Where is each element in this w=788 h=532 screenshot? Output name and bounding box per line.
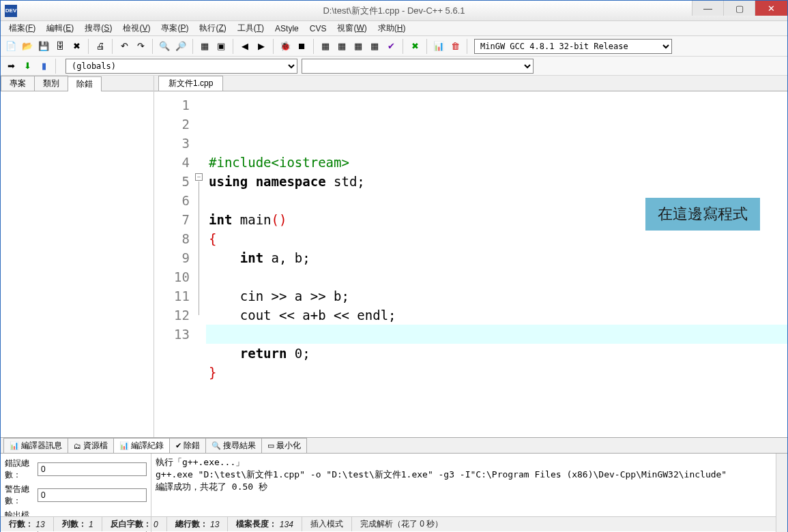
- find-icon[interactable]: 🔍: [157, 39, 172, 54]
- goto-icon[interactable]: ➡: [3, 59, 18, 74]
- warnings-field[interactable]: [38, 488, 147, 502]
- new-file-icon[interactable]: 📄: [3, 39, 18, 54]
- bottom-tabs: 📊編譯器訊息🗂資源檔📊編譯紀錄✔除錯🔍搜尋結果▭最小化: [1, 438, 787, 453]
- bottom-panel: 📊編譯器訊息🗂資源檔📊編譯紀錄✔除錯🔍搜尋結果▭最小化 錯誤總數： 警告總數： …: [1, 437, 787, 516]
- code-line-12[interactable]: }: [209, 363, 787, 382]
- menu-編輯E[interactable]: 編輯(E): [41, 23, 79, 34]
- menu-求助H[interactable]: 求助(H): [373, 23, 411, 34]
- window-title: D:\test\新文件1.cpp - Dev-C++ 5.6.1: [323, 5, 465, 17]
- grid2-icon[interactable]: ▦: [334, 39, 349, 54]
- left-tab-2[interactable]: 除錯: [68, 76, 102, 91]
- back-icon[interactable]: ◀: [237, 39, 252, 54]
- run-icon[interactable]: ▣: [214, 39, 229, 54]
- cancel-icon[interactable]: ✖: [407, 39, 422, 54]
- bottom-tab-3[interactable]: ✔除錯: [169, 438, 206, 453]
- save-icon[interactable]: 💾: [36, 39, 51, 54]
- check-icon[interactable]: ✔: [383, 39, 398, 54]
- code-line-11[interactable]: return 0;: [209, 344, 787, 363]
- left-panel: 專案類別除錯: [1, 76, 154, 437]
- menu-工具T[interactable]: 工具(T): [232, 23, 269, 34]
- app-icon: DEV: [5, 5, 17, 17]
- compile-icon[interactable]: ▦: [197, 39, 212, 54]
- forward-icon[interactable]: ▶: [254, 39, 269, 54]
- trash-icon[interactable]: 🗑: [448, 39, 463, 54]
- left-content: [1, 91, 154, 437]
- print-icon[interactable]: 🖨: [93, 39, 108, 54]
- menu-CVS[interactable]: CVS: [304, 24, 332, 33]
- editor-tabs: 新文件1.cpp: [154, 76, 787, 91]
- code-line-3[interactable]: [209, 191, 787, 210]
- menubar: 檔案(F)編輯(E)搜尋(S)檢視(V)專案(P)執行(Z)工具(T)AStyl…: [1, 21, 787, 36]
- compile-log[interactable]: 執行「g++.exe...」g++.exe "D:\test\新文件1.cpp"…: [151, 454, 787, 532]
- scrollbar-vertical[interactable]: [776, 454, 787, 532]
- code-line-13[interactable]: [209, 382, 787, 401]
- left-tab-0[interactable]: 專案: [1, 76, 35, 91]
- log-line: 編譯成功，共花了 0.50 秒: [156, 481, 783, 493]
- code-line-4[interactable]: int main(): [209, 210, 787, 229]
- code-line-7[interactable]: [209, 267, 787, 286]
- bottom-tab-0[interactable]: 📊編譯器訊息: [3, 438, 68, 453]
- debug-icon[interactable]: 🐞: [278, 39, 293, 54]
- app-window: DEV D:\test\新文件1.cpp - Dev-C++ 5.6.1 — ▢…: [0, 0, 788, 532]
- log-line: 執行「g++.exe...」: [156, 456, 783, 469]
- minimize-button[interactable]: —: [692, 1, 723, 16]
- redo-icon[interactable]: ↷: [133, 39, 148, 54]
- close-file-icon[interactable]: ✖: [69, 39, 84, 54]
- compiler-select[interactable]: MinGW GCC 4.8.1 32-bit Release: [474, 39, 672, 54]
- errors-label: 錯誤總數：: [5, 458, 33, 481]
- menu-檢視V[interactable]: 檢視(V): [117, 23, 156, 34]
- grid4-icon[interactable]: ▦: [367, 39, 382, 54]
- code-line-9[interactable]: cout << a+b << endl;: [209, 306, 787, 325]
- undo-icon[interactable]: ↶: [117, 39, 132, 54]
- code-line-6[interactable]: int a, b;: [209, 248, 787, 267]
- line-gutter: 12345678910111213: [154, 91, 195, 437]
- editor-tab[interactable]: 新文件1.cpp: [158, 76, 223, 91]
- replace-icon[interactable]: 🔎: [173, 39, 188, 54]
- menu-AStyle[interactable]: AStyle: [269, 24, 304, 33]
- bottom-tab-2[interactable]: 📊編譯紀錄: [113, 438, 170, 453]
- code-line-1[interactable]: #include<iostream>: [209, 153, 787, 172]
- code-line-2[interactable]: using namespace std;: [209, 172, 787, 191]
- status-col: 列數： 1: [54, 517, 102, 531]
- members-select[interactable]: [302, 59, 534, 74]
- toolbar-main: 📄 📂 💾 🗄 ✖ 🖨 ↶ ↷ 🔍 🔎 ▦ ▣ ◀ ▶ 🐞 ⏹ ▦ ▦ ▦ ▦ …: [1, 36, 787, 57]
- save-all-icon[interactable]: 🗄: [53, 39, 68, 54]
- fold-toggle-icon[interactable]: −: [195, 173, 203, 181]
- maximize-button[interactable]: ▢: [723, 1, 755, 16]
- scope-select[interactable]: (globals): [65, 59, 297, 74]
- grid1-icon[interactable]: ▦: [318, 39, 333, 54]
- left-tabs: 專案類別除錯: [1, 76, 154, 91]
- menu-執行Z[interactable]: 執行(Z): [194, 23, 231, 34]
- grid3-icon[interactable]: ▦: [351, 39, 366, 54]
- left-tab-1[interactable]: 類別: [34, 76, 68, 91]
- menu-專案P[interactable]: 專案(P): [156, 23, 194, 34]
- stop-icon[interactable]: ⏹: [294, 39, 309, 54]
- code-line-5[interactable]: {: [209, 229, 787, 248]
- bottom-tab-5[interactable]: ▭最小化: [261, 438, 307, 453]
- code-area[interactable]: 在這邊寫程式 #include<iostream>using namespace…: [206, 91, 787, 437]
- close-button[interactable]: ✕: [755, 1, 787, 16]
- open-file-icon[interactable]: 📂: [20, 39, 35, 54]
- toolbar-scope: ➡ ⬇ ▮ (globals): [1, 57, 787, 76]
- bottom-tab-1[interactable]: 🗂資源檔: [68, 438, 114, 453]
- status-line: 行數： 13: [1, 517, 54, 531]
- log-line: g++.exe "D:\test\新文件1.cpp" -o "D:\test\新…: [156, 469, 783, 481]
- bookmark-icon[interactable]: ⬇: [20, 59, 35, 74]
- toggle-icon[interactable]: ▮: [36, 59, 51, 74]
- bottom-tab-4[interactable]: 🔍搜尋結果: [205, 438, 262, 453]
- menu-檔案F[interactable]: 檔案(F): [3, 23, 41, 34]
- titlebar: DEV D:\test\新文件1.cpp - Dev-C++ 5.6.1 — ▢…: [1, 1, 787, 21]
- fold-column: −: [195, 91, 206, 437]
- code-line-8[interactable]: cin >> a >> b;: [209, 286, 787, 306]
- errors-field[interactable]: [38, 462, 147, 476]
- profile-icon[interactable]: 📊: [431, 39, 446, 54]
- menu-搜尋S[interactable]: 搜尋(S): [79, 23, 117, 34]
- menu-視窗W[interactable]: 視窗(W): [332, 23, 372, 34]
- warnings-label: 警告總數：: [5, 484, 33, 507]
- code-line-10[interactable]: [209, 325, 787, 344]
- code-editor[interactable]: 12345678910111213 − 在這邊寫程式 #include<iost…: [154, 91, 787, 437]
